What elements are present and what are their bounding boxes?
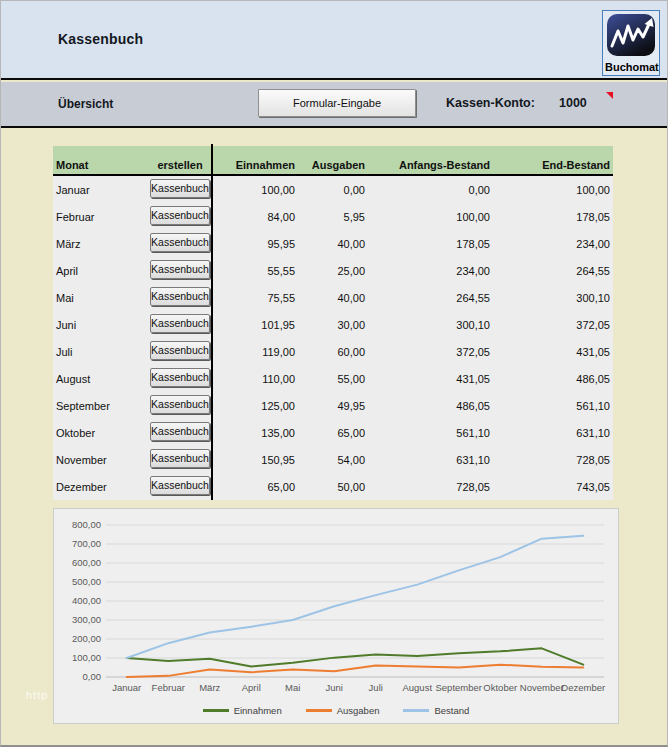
table-row: MaiKassenbuch75,5540,00264,55300,10 xyxy=(53,284,613,311)
legend-item: Ausgaben xyxy=(306,705,380,716)
y-tick-label: 0,00 xyxy=(83,671,102,682)
anfangs-bestand-value: 178,05 xyxy=(368,238,493,250)
anfangs-bestand-value: 728,05 xyxy=(368,481,493,493)
chart-legend: EinnahmenAusgabenBestand xyxy=(54,705,618,716)
anfangs-bestand-value: 300,10 xyxy=(368,319,493,331)
x-tick-label: Juli xyxy=(369,682,383,693)
x-tick-label: April xyxy=(242,682,261,693)
ausgaben-value: 60,00 xyxy=(298,346,368,358)
einnahmen-value: 84,00 xyxy=(213,211,298,223)
y-tick-label: 300,00 xyxy=(72,614,101,625)
end-bestand-value: 631,10 xyxy=(493,427,613,439)
month-label: November xyxy=(53,454,149,466)
kassenbuch-button[interactable]: Kassenbuch xyxy=(150,395,210,414)
kassenbuch-button[interactable]: Kassenbuch xyxy=(150,422,210,441)
legend-line-swatch xyxy=(203,709,229,712)
legend-item: Einnahmen xyxy=(203,705,282,716)
x-tick-label: Dezember xyxy=(561,682,605,693)
x-tick-label: März xyxy=(199,682,220,693)
line-chart-logo-icon xyxy=(606,43,656,60)
series-line-einnahmen xyxy=(127,648,584,666)
header-erstellen: erstellen xyxy=(149,159,211,171)
header-ausgaben: Ausgaben xyxy=(298,159,368,171)
einnahmen-value: 135,00 xyxy=(213,427,298,439)
table-row: SeptemberKassenbuch125,0049,95486,05561,… xyxy=(53,392,613,419)
table-row: NovemberKassenbuch150,9554,00631,10728,0… xyxy=(53,446,613,473)
einnahmen-value: 101,95 xyxy=(213,319,298,331)
buchomat-logo: Buchomat xyxy=(602,10,660,76)
month-label: Mai xyxy=(53,292,149,304)
legend-line-swatch xyxy=(403,709,429,712)
legend-item: Bestand xyxy=(403,705,469,716)
anfangs-bestand-value: 631,10 xyxy=(368,454,493,466)
legend-label: Ausgaben xyxy=(337,705,380,716)
month-label: September xyxy=(53,400,149,412)
kassenbuch-button[interactable]: Kassenbuch xyxy=(150,260,210,279)
y-tick-label: 600,00 xyxy=(72,557,101,568)
kassenbuch-button[interactable]: Kassenbuch xyxy=(150,476,210,495)
kassenbuch-button[interactable]: Kassenbuch xyxy=(150,368,210,387)
formular-eingabe-button[interactable]: Formular-Eingabe xyxy=(258,89,416,117)
kassen-konto-label: Kassen-Konto: xyxy=(446,96,535,110)
table-header-row: Monat erstellen Einnahmen Ausgaben Anfan… xyxy=(53,146,613,176)
end-bestand-value: 431,05 xyxy=(493,346,613,358)
end-bestand-value: 264,55 xyxy=(493,265,613,277)
table-row: FebruarKassenbuch84,005,95100,00178,05 xyxy=(53,203,613,230)
chart-plot: 0,00100,00200,00300,00400,00500,00600,00… xyxy=(54,509,620,725)
table-row: JanuarKassenbuch100,000,000,00100,00 xyxy=(53,176,613,203)
end-bestand-value: 234,00 xyxy=(493,238,613,250)
ausgaben-value: 5,95 xyxy=(298,211,368,223)
legend-label: Einnahmen xyxy=(234,705,282,716)
kassenbuch-chart: 0,00100,00200,00300,00400,00500,00600,00… xyxy=(53,508,619,724)
logo-brand-text: Buchomat xyxy=(605,61,657,74)
kassenbuch-button[interactable]: Kassenbuch xyxy=(150,449,210,468)
toolbar: Übersicht Formular-Eingabe Kassen-Konto:… xyxy=(1,82,667,128)
kassenbuch-button[interactable]: Kassenbuch xyxy=(150,287,210,306)
x-tick-label: November xyxy=(520,682,564,693)
x-tick-label: Februar xyxy=(152,682,185,693)
month-label: August xyxy=(53,373,149,385)
header-einnahmen: Einnahmen xyxy=(213,159,298,171)
ausgaben-value: 54,00 xyxy=(298,454,368,466)
anfangs-bestand-value: 431,05 xyxy=(368,373,493,385)
ausgaben-value: 40,00 xyxy=(298,238,368,250)
anfangs-bestand-value: 234,00 xyxy=(368,265,493,277)
ausgaben-value: 25,00 xyxy=(298,265,368,277)
x-tick-label: September xyxy=(436,682,482,693)
kassenbuch-button[interactable]: Kassenbuch xyxy=(150,233,210,252)
table-row: JuliKassenbuch119,0060,00372,05431,05 xyxy=(53,338,613,365)
page-title: Kassenbuch xyxy=(58,31,143,47)
kassenbuch-button[interactable]: Kassenbuch xyxy=(150,206,210,225)
kassenbuch-button[interactable]: Kassenbuch xyxy=(150,179,210,198)
table-row: JuniKassenbuch101,9530,00300,10372,05 xyxy=(53,311,613,338)
kassenbuch-button[interactable]: Kassenbuch xyxy=(150,341,210,360)
x-tick-label: Mai xyxy=(285,682,300,693)
einnahmen-value: 125,00 xyxy=(213,400,298,412)
months-table: Monat erstellen Einnahmen Ausgaben Anfan… xyxy=(53,146,613,500)
anfangs-bestand-value: 561,10 xyxy=(368,427,493,439)
ausgaben-value: 55,00 xyxy=(298,373,368,385)
section-label: Übersicht xyxy=(58,97,113,111)
y-tick-label: 700,00 xyxy=(72,538,101,549)
table-body: JanuarKassenbuch100,000,000,00100,00Febr… xyxy=(53,176,613,500)
table-row: MärzKassenbuch95,9540,00178,05234,00 xyxy=(53,230,613,257)
anfangs-bestand-value: 0,00 xyxy=(368,184,493,196)
anfangs-bestand-value: 264,55 xyxy=(368,292,493,304)
end-bestand-value: 561,10 xyxy=(493,400,613,412)
anfangs-bestand-value: 100,00 xyxy=(368,211,493,223)
app-header: Kassenbuch Buchomat xyxy=(1,1,667,80)
month-label: Juli xyxy=(53,346,149,358)
column-divider xyxy=(211,144,213,500)
kassenbuch-button[interactable]: Kassenbuch xyxy=(150,314,210,333)
month-label: Juni xyxy=(53,319,149,331)
einnahmen-value: 65,00 xyxy=(213,481,298,493)
watermark-text: http xyxy=(26,689,48,701)
month-label: Februar xyxy=(53,211,149,223)
ausgaben-value: 0,00 xyxy=(298,184,368,196)
ausgaben-value: 49,95 xyxy=(298,400,368,412)
table-row: DezemberKassenbuch65,0050,00728,05743,05 xyxy=(53,473,613,500)
legend-label: Bestand xyxy=(434,705,469,716)
table-row: AprilKassenbuch55,5525,00234,00264,55 xyxy=(53,257,613,284)
end-bestand-value: 728,05 xyxy=(493,454,613,466)
x-tick-label: Juni xyxy=(326,682,343,693)
